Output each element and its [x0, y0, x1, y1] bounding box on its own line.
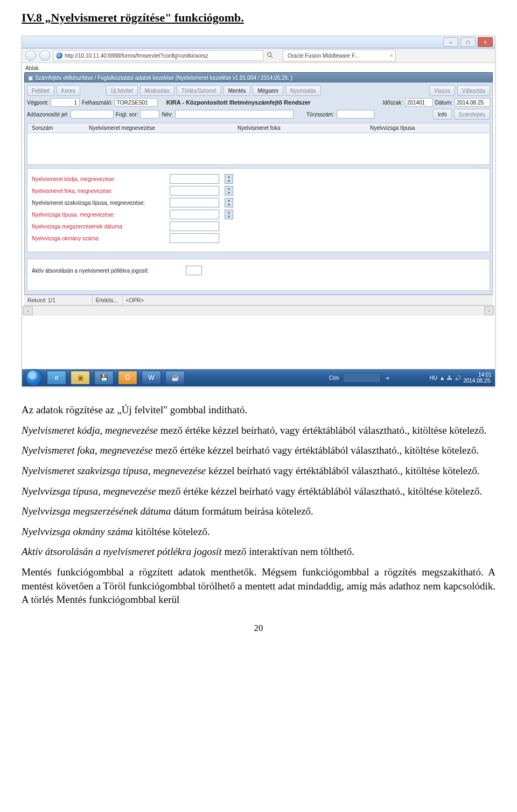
det-viztip-input[interactable] [170, 210, 219, 219]
scroll-left-icon[interactable]: ‹ [23, 307, 33, 315]
det-fok-spinner[interactable]: ▲▼ [225, 186, 233, 196]
system-tray: HU ▲ 🖧 🔊 14:01 2014.08.25. [430, 372, 492, 384]
taskbar-ie-icon[interactable]: e [47, 371, 66, 385]
para-okmany: Nyelvvizsga okmány száma kitöltése kötel… [22, 525, 495, 539]
window-maximize-button[interactable]: □ [460, 37, 476, 47]
detail-panel: Nyelvismeret kódja, megnevezése: ▲▼ Nyel… [27, 168, 490, 252]
footer-panel: Aktív átsorolásán a nyelvismeret pótlékr… [27, 259, 490, 291]
taskbar-explorer-icon[interactable]: ▣ [71, 371, 90, 385]
url-text: http://10.10.11.40:8888/forms/frmservlet… [65, 53, 208, 59]
torles-button[interactable]: Törlés/Sztornó [177, 85, 221, 96]
ie-icon [56, 52, 62, 59]
foglsor-label: Fogl. sor: [116, 112, 138, 117]
grid-header: Sorszám Nyelvismeret megnevezése Nyelvis… [27, 123, 490, 133]
torzsszam-field[interactable] [337, 110, 374, 119]
aktiv-label: Aktív átsorolásán a nyelvismeret pótlékr… [32, 268, 183, 274]
window-minimize-button[interactable]: – [443, 37, 458, 47]
search-icon[interactable] [267, 52, 274, 59]
tray-flag-icon[interactable]: ▲ [439, 375, 445, 381]
vissza-button[interactable]: Vissza [429, 85, 455, 96]
mentes-button[interactable]: Mentés [223, 85, 251, 96]
scroll-right-icon[interactable]: › [484, 307, 494, 315]
felhasznalo-field[interactable]: TORZSES01 [115, 98, 158, 107]
torzsszam-label: Törzsszám: [306, 112, 334, 117]
para-viztip: Nyelvvizsga típusa, megnevezése mező ért… [22, 484, 495, 498]
datum-label: Dátum: [435, 100, 452, 106]
taskbar-go-icon[interactable]: ➜ [385, 375, 389, 381]
felhasznalo-label: Felhasználó: [82, 100, 113, 106]
window-close-button[interactable]: × [478, 37, 493, 47]
foglsor-field[interactable] [140, 110, 159, 119]
det-szakv-input[interactable] [170, 198, 219, 207]
valasztas-button[interactable]: Választás [457, 85, 490, 96]
tab-title: Oracle Fusion Middleware F... [288, 53, 359, 59]
section-heading: IV.8 „Nyelvismeret rögzítése" funkciógom… [22, 11, 495, 25]
vegpont-field[interactable]: 1 [51, 98, 80, 107]
taskbar-word-icon[interactable]: W [142, 371, 161, 385]
tray-vol-icon[interactable]: 🔊 [455, 375, 461, 381]
para-vizdate: Nyelvvizsga megszerzésének dátuma dátum … [22, 504, 495, 518]
det-szakv-spinner[interactable]: ▲▼ [225, 198, 233, 207]
address-bar[interactable]: http://10.10.11.40:8888/forms/frmservlet… [53, 50, 263, 61]
det-szakv-label: Nyelvismeret szakvizsga típusa, megnevez… [32, 200, 166, 206]
form-titlebar: ▣ Számfejtés előkészítése / Foglalkoztat… [24, 72, 493, 82]
form-title: Számfejtés előkészítése / Foglalkoztatás… [35, 75, 292, 81]
form-icon: ▣ [28, 75, 33, 81]
browser-tab[interactable]: Oracle Fusion Middleware F... × [283, 50, 396, 61]
vegpont-label: Végpont: [27, 100, 48, 106]
idoszak-field[interactable]: 201401 [405, 98, 433, 107]
det-datum-input[interactable] [170, 221, 219, 231]
para-mentes: Mentés funkciógombbal a rögzített adatok… [22, 565, 495, 607]
page-number: 20 [22, 623, 495, 634]
nyomtatas-button[interactable]: Nyomtatás [285, 85, 321, 96]
ado-field[interactable] [71, 110, 114, 119]
uj-felvitel-button[interactable]: Új felvitel [106, 85, 138, 96]
det-datum-label: Nyelvvizsga megszerzésének dátuma: [32, 224, 166, 230]
tab-close-icon[interactable]: × [390, 53, 393, 59]
para-intro: Az adatok rögzítése az „Új felvitel" gom… [22, 403, 495, 417]
windows-taskbar: e ▣ 💾 O W ☕ Cím ➜ HU ▲ 🖧 🔊 14:01 2014.08… [22, 369, 495, 386]
det-okmany-label: Nyelvvizsga okmány száma: [32, 235, 166, 241]
taskbar-java-icon[interactable]: ☕ [165, 371, 185, 385]
det-fok-label: Nyelvismeret foka, megnevezése: [32, 188, 166, 194]
col-foka: Nyelvismeret foka [233, 123, 366, 133]
browser-toolbar: http://10.10.11.40:8888/forms/frmservlet… [22, 48, 495, 63]
tray-net-icon[interactable]: 🖧 [447, 375, 452, 381]
info-button[interactable]: Infó [433, 109, 452, 120]
para-szakv: Nyelvismeret szakvizsga típusa, megnevez… [22, 464, 495, 478]
nev-label: Név: [162, 112, 173, 117]
app-name: KIRA - Központosított Illetményszámfejtő… [166, 99, 311, 106]
szamfejtes-button[interactable]: Számfejtés [454, 109, 490, 120]
tray-lang[interactable]: HU [430, 375, 437, 381]
det-kod-input[interactable] [170, 174, 219, 184]
det-viztip-spinner[interactable]: ▲▼ [225, 210, 233, 219]
taskbar-outlook-icon[interactable]: O [118, 371, 137, 385]
taskbar-disk-icon[interactable]: 💾 [94, 371, 114, 385]
back-button[interactable] [25, 50, 36, 61]
start-button[interactable] [25, 369, 43, 386]
status-bar: Rekord: 1/1 Értéklis... <OPR> [24, 295, 493, 306]
ado-label: Adóazonosító jel: [27, 112, 68, 117]
megsem-button[interactable]: Mégsem [253, 85, 283, 96]
datum-field[interactable]: 2014.08.25. [455, 98, 490, 107]
status-opr: <OPR> [122, 295, 144, 305]
tray-clock[interactable]: 14:01 2014.08.25. [463, 372, 492, 384]
forward-button[interactable] [39, 50, 50, 61]
det-fok-input[interactable] [170, 186, 219, 196]
window-titlebar: – □ × [22, 36, 495, 48]
grid-body[interactable] [27, 133, 490, 165]
modositas-button[interactable]: Módosítás [140, 85, 174, 96]
aktiv-field [186, 266, 202, 275]
det-viztip-label: Nyelvvizsga típusa, megnevezése: [32, 212, 166, 218]
det-okmany-input[interactable] [170, 233, 219, 243]
taskbar-cim-field[interactable] [343, 373, 381, 383]
nev-field[interactable] [175, 110, 294, 119]
horizontal-scrollbar[interactable]: ‹ › [22, 306, 495, 316]
col-tipusa: Nyelvvizsga típusa [366, 123, 490, 133]
embedded-screenshot: – □ × http://10.10.11.40:8888/forms/frms… [22, 36, 495, 387]
app-menu-ablak[interactable]: Ablak [24, 64, 493, 71]
feltetel-button[interactable]: Feltétel [27, 85, 54, 96]
svg-point-0 [268, 53, 271, 57]
keres-button[interactable]: Keres [57, 85, 80, 96]
det-kod-spinner[interactable]: ▲▼ [225, 174, 233, 184]
